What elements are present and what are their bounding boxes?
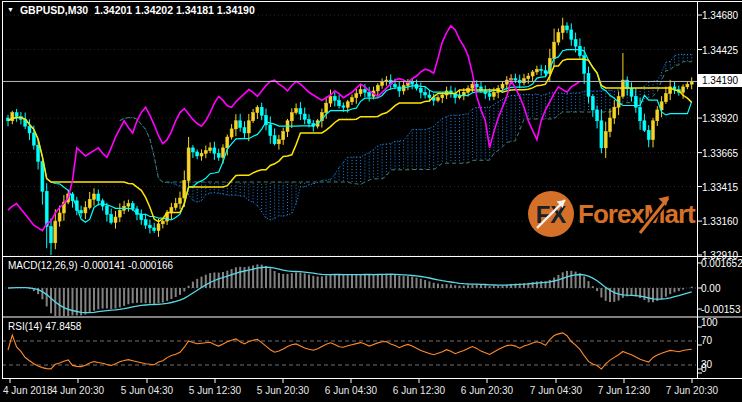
time-axis-label: 7 Jun 20:30: [666, 385, 718, 396]
price-axis-label: 1.33160: [702, 216, 738, 227]
time-axis-label: 4 Jun 2018: [3, 385, 53, 396]
forexmart-logo: FX ForexMart: [524, 188, 700, 240]
chart-window: ▼ GBPUSD,M30 1.34201 1.34202 1.34181 1.3…: [0, 0, 742, 402]
macd-axis-label: 0.001652: [701, 258, 742, 269]
macd-axis-label: -0.00153: [701, 304, 740, 315]
rsi-axis-label: 100: [701, 317, 718, 328]
current-price-tag: 1.34190: [698, 74, 742, 87]
time-axis-label: 5 Jun 12:30: [189, 385, 241, 396]
price-axis-label: 1.33920: [702, 113, 738, 124]
symbol-period: GBPUSD,M30: [20, 4, 88, 16]
ohlc-quotes: 1.34201 1.34202 1.34181 1.34190: [94, 4, 255, 16]
logo-wordmark: ForexMart: [578, 199, 696, 229]
price-axis-label: 1.34425: [702, 45, 738, 56]
rsi-axis-label: 70: [701, 335, 712, 346]
time-axis-label: 6 Jun 12:30: [393, 385, 445, 396]
time-axis-label: 4 Jun 20:30: [52, 385, 104, 396]
price-axis-label: 1.33415: [702, 182, 738, 193]
rsi-layer: [2, 333, 696, 369]
price-axis-label: 1.34680: [702, 10, 738, 21]
macd-histogram: [2, 264, 696, 317]
time-axis-label: 6 Jun 04:30: [325, 385, 377, 396]
macd-label: MACD(12,26,9) -0.000141 -0.000166: [8, 260, 173, 271]
time-axis-label: 5 Jun 20:30: [257, 385, 309, 396]
time-axis-label: 5 Jun 04:30: [121, 385, 173, 396]
symbol-marker-icon: ▼: [7, 6, 14, 13]
time-axis-label: 7 Jun 12:30: [598, 385, 650, 396]
price-axis-label: 1.33665: [702, 148, 738, 159]
forexmart-logo-graphic: FX ForexMart: [524, 188, 700, 240]
macd-axis-label: 0.00: [701, 283, 720, 294]
time-axis-label: 6 Jun 20:30: [461, 385, 513, 396]
chart-title: ▼ GBPUSD,M30 1.34201 1.34202 1.34181 1.3…: [7, 4, 255, 16]
rsi-axis-label: 0: [701, 363, 707, 374]
rsi-label: RSI(14) 47.8458: [8, 321, 81, 332]
time-axis-label: 7 Jun 04:30: [530, 385, 582, 396]
